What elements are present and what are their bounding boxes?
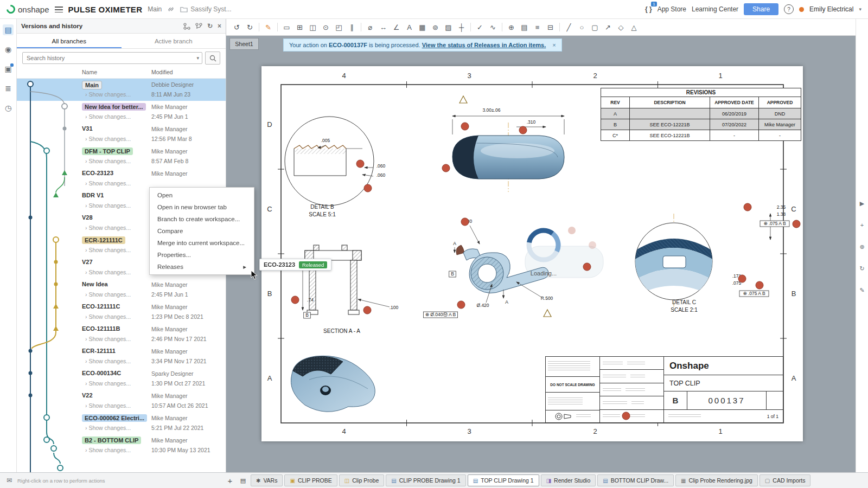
- document-tab[interactable]: ◨Render Studio: [541, 474, 596, 486]
- pan-tool-icon[interactable]: +: [857, 220, 867, 230]
- sheet-tab[interactable]: Sheet1: [229, 38, 259, 50]
- version-row[interactable]: V22Mike Manager› Show changes...10:57 AM…: [17, 390, 226, 412]
- version-name[interactable]: ECO-23123: [82, 170, 113, 176]
- version-row[interactable]: ECR-121111Mike Manager› Show changes...3…: [17, 345, 226, 368]
- version-row[interactable]: ECO-000134CSparky Designer› Show changes…: [17, 368, 226, 390]
- history-icon[interactable]: ◷: [3, 102, 14, 113]
- version-name[interactable]: ECO-121111B: [82, 325, 120, 332]
- create-version-icon[interactable]: [183, 23, 190, 30]
- linked-document-tab[interactable]: Sassify Syst...: [180, 5, 231, 13]
- learning-center-link[interactable]: Learning Center: [692, 5, 738, 13]
- drawing-sheet[interactable]: .005.060.0603.00±.06.310.080Ø.420R.500.7…: [261, 66, 803, 441]
- sketch-icon[interactable]: ✎: [262, 21, 275, 33]
- version-row[interactable]: New Idea for better...Mike Manager› Show…: [17, 101, 226, 123]
- user-menu-caret-icon[interactable]: ▾: [859, 7, 861, 12]
- version-row[interactable]: ECO-121111BMike Manager› Show changes...…: [17, 323, 226, 345]
- balloon-marker[interactable]: [356, 160, 365, 168]
- context-menu-item[interactable]: Compare: [150, 225, 254, 237]
- context-menu-item[interactable]: Branch to create workspace...: [150, 213, 254, 225]
- rotate-tool-icon[interactable]: ↻: [857, 263, 867, 274]
- version-row[interactable]: ECO-23123Mike Manager› Show changes...: [17, 168, 226, 190]
- projected-view-icon[interactable]: ⊞: [293, 21, 306, 33]
- app-store-link[interactable]: App Store: [658, 5, 686, 13]
- rect-tool-icon[interactable]: ▢: [589, 21, 601, 33]
- show-changes-toggle[interactable]: › Show changes...: [85, 113, 131, 120]
- comment-icon[interactable]: ✉: [3, 477, 15, 484]
- show-changes-toggle[interactable]: › Show changes...: [85, 425, 131, 431]
- show-changes-toggle[interactable]: › Show changes...: [85, 269, 131, 275]
- balloon-marker[interactable]: [363, 306, 372, 314]
- parts-list-icon[interactable]: ≣: [3, 83, 14, 94]
- banner-close-icon[interactable]: ×: [552, 42, 556, 48]
- context-menu-item[interactable]: Open in new browser tab: [150, 201, 254, 213]
- undo-icon[interactable]: ↺: [231, 21, 243, 33]
- link-icon[interactable]: [167, 5, 175, 13]
- balloon-marker[interactable]: [461, 123, 469, 131]
- tab-all-branches[interactable]: All branches: [17, 34, 122, 48]
- document-tab[interactable]: ◫Clip Probe: [339, 474, 384, 486]
- balloon-marker[interactable]: [793, 220, 801, 228]
- balloon-marker[interactable]: [442, 164, 450, 172]
- tab-manager-icon[interactable]: ▤: [238, 475, 248, 486]
- show-changes-toggle[interactable]: › Show changes...: [85, 336, 131, 342]
- balloon-icon[interactable]: ⊚: [429, 21, 442, 33]
- document-tab[interactable]: ▢CAD Imports: [760, 474, 811, 486]
- document-tab[interactable]: ▤BOTTOM CLIP Draw...: [597, 474, 674, 486]
- version-name[interactable]: New Idea for better...: [82, 103, 146, 111]
- version-row[interactable]: ECO-000062 Electri...Mike Manager› Show …: [17, 412, 226, 434]
- show-changes-toggle[interactable]: › Show changes...: [85, 224, 131, 231]
- close-panel-icon[interactable]: ×: [218, 22, 221, 30]
- context-menu-item[interactable]: Merge into current workspace...: [150, 237, 254, 249]
- show-changes-toggle[interactable]: › Show changes...: [85, 91, 131, 98]
- version-name[interactable]: ECR-121111: [82, 348, 116, 354]
- arrow-tool-icon[interactable]: ↗: [602, 21, 614, 33]
- triangle-tool-icon[interactable]: △: [628, 21, 640, 33]
- version-name[interactable]: V31: [82, 125, 93, 132]
- version-row[interactable]: ECO-121111CMike Manager› Show changes...…: [17, 301, 226, 323]
- document-tab[interactable]: ✱VARs: [251, 474, 283, 486]
- context-menu-item[interactable]: Open: [150, 189, 254, 201]
- dimension-icon[interactable]: ⌀: [364, 21, 376, 33]
- version-name[interactable]: DFM - TOP CLIP: [82, 147, 133, 155]
- tab-active-branch[interactable]: Active branch: [122, 34, 226, 48]
- balloon-marker[interactable]: [364, 184, 372, 192]
- zoom-icon[interactable]: ⊕: [505, 21, 518, 33]
- share-button[interactable]: Share: [744, 3, 778, 15]
- version-name[interactable]: Main: [82, 81, 102, 89]
- note-icon[interactable]: A: [403, 21, 416, 33]
- crop-view-icon[interactable]: ◰: [333, 21, 345, 33]
- onshape-logo[interactable]: onshape: [7, 5, 49, 14]
- version-name[interactable]: B2 - BOTTOM CLIP: [82, 436, 141, 444]
- show-changes-toggle[interactable]: › Show changes...: [85, 358, 131, 364]
- version-name[interactable]: ECO-000062 Electri...: [82, 414, 147, 422]
- balloon-marker[interactable]: [461, 218, 469, 226]
- line-tool-icon[interactable]: ╱: [563, 21, 575, 33]
- redo-icon[interactable]: ↻: [244, 21, 256, 33]
- version-name[interactable]: ECR-121111C: [82, 236, 125, 244]
- create-branch-icon[interactable]: [195, 23, 202, 30]
- show-changes-toggle[interactable]: › Show changes...: [85, 313, 131, 320]
- show-changes-toggle[interactable]: › Show changes...: [85, 180, 131, 187]
- add-tab-button[interactable]: +: [225, 475, 235, 486]
- list-icon[interactable]: ≡: [531, 21, 544, 33]
- show-changes-toggle[interactable]: › Show changes...: [85, 291, 131, 298]
- version-row[interactable]: MainDebbie Designer› Show changes...8:11…: [17, 79, 226, 101]
- document-tab[interactable]: ▤CLIP PROBE Drawing 1: [386, 474, 465, 486]
- document-tab[interactable]: ▣CLIP PROBE: [284, 474, 337, 486]
- circle-tool-icon[interactable]: ○: [576, 21, 588, 33]
- user-avatar[interactable]: [799, 7, 804, 12]
- search-button[interactable]: [205, 52, 220, 65]
- balloon-marker[interactable]: [744, 203, 752, 211]
- layers-icon[interactable]: ⊟: [544, 21, 557, 33]
- balloon-marker[interactable]: [738, 275, 746, 283]
- diamond-tool-icon[interactable]: ◇: [615, 21, 627, 33]
- document-tab[interactable]: ▤TOP CLIP Drawing 1: [468, 474, 539, 486]
- break-view-icon[interactable]: ∥: [346, 21, 358, 33]
- help-icon[interactable]: ?: [784, 4, 794, 14]
- balloon-marker[interactable]: [291, 296, 299, 304]
- pointer-tool-icon[interactable]: ▶: [857, 198, 867, 209]
- version-row[interactable]: New IdeaMike Manager› Show changes...2:4…: [17, 279, 226, 301]
- version-name[interactable]: New Idea: [82, 281, 108, 287]
- version-row[interactable]: V31Mike Manager› Show changes...12:56 PM…: [17, 123, 226, 145]
- workspace-branch-label[interactable]: Main: [148, 5, 162, 13]
